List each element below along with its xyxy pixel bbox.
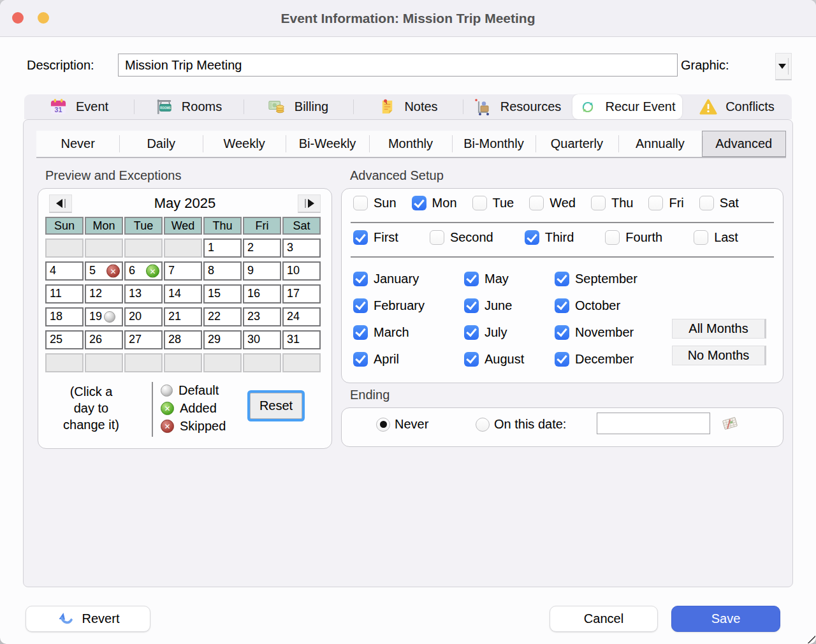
month-checkbox-november[interactable]: November bbox=[555, 325, 638, 340]
calendar-day-cell[interactable]: 25 bbox=[45, 330, 84, 349]
calendar-day-cell[interactable]: 24 bbox=[282, 307, 321, 326]
checkbox-box bbox=[555, 325, 569, 340]
month-checkbox-september[interactable]: September bbox=[555, 272, 638, 286]
calendar-day-cell[interactable]: 19 bbox=[85, 307, 123, 326]
recurrence-tab-annually[interactable]: Annually bbox=[618, 131, 701, 157]
calendar-day-cell[interactable]: 14 bbox=[164, 284, 202, 304]
radio-button bbox=[376, 418, 390, 432]
divider bbox=[351, 256, 774, 258]
preview-group-label: Preview and Exceptions bbox=[45, 168, 181, 183]
month-checkbox-january[interactable]: January bbox=[353, 272, 464, 286]
weekday-checkbox-sat[interactable]: Sat bbox=[699, 196, 739, 210]
ordinal-checkbox-first[interactable]: First bbox=[353, 230, 398, 245]
recurrence-tab-never[interactable]: Never bbox=[36, 131, 119, 157]
checkbox-box bbox=[464, 298, 479, 313]
calendar-day-cell[interactable]: 23 bbox=[243, 307, 281, 326]
ending-date-input[interactable] bbox=[597, 413, 710, 434]
calendar-day-cell[interactable]: 15 bbox=[203, 284, 242, 304]
reset-button[interactable]: Reset bbox=[250, 393, 302, 419]
tab-billing[interactable]: Billing bbox=[244, 94, 353, 119]
calendar-day-cell[interactable]: 31 bbox=[282, 330, 321, 349]
day-header: Sun bbox=[45, 217, 84, 235]
month-checkbox-march[interactable]: March bbox=[353, 325, 464, 340]
date-picker-button[interactable] bbox=[720, 414, 740, 432]
calendar-day-cell[interactable]: 17 bbox=[282, 284, 321, 304]
calendar-day-cell[interactable]: 8 bbox=[203, 261, 242, 281]
tab-notes[interactable]: Notes bbox=[353, 94, 463, 119]
recurrence-tab-weekly[interactable]: Weekly bbox=[203, 131, 286, 157]
calendar-day-cell[interactable]: 29 bbox=[203, 330, 242, 349]
ordinal-checkbox-last[interactable]: Last bbox=[694, 230, 738, 245]
month-checkbox-february[interactable]: February bbox=[353, 298, 464, 313]
ending-on-date-radio[interactable]: On this date: bbox=[476, 417, 566, 432]
calendar-day-cell[interactable]: 3 bbox=[282, 238, 321, 258]
weekday-checkbox-wed[interactable]: Wed bbox=[529, 196, 576, 210]
calendar-day-cell[interactable]: 4 bbox=[45, 261, 84, 281]
tab-resources[interactable]: Resources bbox=[463, 94, 572, 119]
weekday-checkbox-sun[interactable]: Sun bbox=[353, 196, 397, 210]
checkbox-label: Third bbox=[545, 230, 574, 245]
calendar-day-cell[interactable]: 2 bbox=[243, 238, 281, 258]
calendar-day-cell[interactable]: 28 bbox=[164, 330, 202, 349]
calendar-day-cell[interactable]: 26 bbox=[85, 330, 123, 349]
month-checkbox-june[interactable]: June bbox=[464, 298, 555, 313]
calendar-day-cell[interactable]: 22 bbox=[203, 307, 242, 326]
weekday-checkbox-fri[interactable]: Fri bbox=[648, 196, 683, 210]
calendar-day-cell[interactable]: 21 bbox=[164, 307, 202, 326]
weekday-checkbox-tue[interactable]: Tue bbox=[472, 196, 514, 210]
month-checkbox-may[interactable]: May bbox=[464, 272, 555, 286]
description-input[interactable] bbox=[118, 54, 678, 77]
recurrence-tab-daily[interactable]: Daily bbox=[119, 131, 202, 157]
button-label: Revert bbox=[82, 611, 120, 626]
next-month-button[interactable] bbox=[298, 194, 321, 213]
calendar-day-cell[interactable]: 11 bbox=[45, 284, 84, 304]
calendar-day-cell[interactable]: 6✕ bbox=[124, 261, 163, 281]
recurrence-tab-quarterly[interactable]: Quarterly bbox=[536, 131, 618, 157]
ordinal-checkbox-second[interactable]: Second bbox=[430, 230, 493, 245]
calendar-day-cell[interactable]: 10 bbox=[282, 261, 321, 281]
calendar-grid: SunMonTueWedThuFriSat12345✕6✕78910111213… bbox=[45, 217, 321, 372]
calendar-day-cell[interactable]: 1 bbox=[203, 238, 242, 258]
calendar-day-cell[interactable]: 18 bbox=[45, 307, 84, 326]
tab-event[interactable]: 31 Event bbox=[24, 94, 134, 119]
month-checkbox-october[interactable]: October bbox=[555, 298, 638, 313]
calendar-day-cell[interactable]: 7 bbox=[164, 261, 202, 281]
ordinal-checkbox-third[interactable]: Third bbox=[525, 230, 574, 245]
close-button[interactable] bbox=[12, 12, 24, 24]
checkbox-box bbox=[591, 196, 606, 210]
cancel-button[interactable]: Cancel bbox=[550, 606, 658, 632]
calendar-day-cell[interactable]: 13 bbox=[124, 284, 163, 304]
ordinal-checkbox-fourth[interactable]: Fourth bbox=[605, 230, 662, 245]
tab-recur-event[interactable]: Recur Event bbox=[572, 94, 682, 119]
recurrence-tab-bimonthly[interactable]: Bi-Monthly bbox=[452, 131, 535, 157]
graphic-dropdown-button[interactable] bbox=[775, 53, 792, 80]
weekday-checkbox-thu[interactable]: Thu bbox=[591, 196, 633, 210]
month-checkbox-july[interactable]: July bbox=[464, 325, 555, 340]
recurrence-tab-monthly[interactable]: Monthly bbox=[369, 131, 452, 157]
ending-never-radio[interactable]: Never bbox=[376, 417, 428, 432]
save-button[interactable]: Save bbox=[671, 606, 780, 632]
tab-conflicts[interactable]: Conflicts bbox=[682, 94, 792, 119]
calendar-day-cell[interactable]: 12 bbox=[85, 284, 123, 304]
calendar-day-cell[interactable]: 27 bbox=[124, 330, 163, 349]
month-checkbox-april[interactable]: April bbox=[353, 352, 464, 367]
month-checkbox-december[interactable]: December bbox=[555, 352, 638, 367]
title-bar: Event Information: Mission Trip Meeting bbox=[0, 0, 816, 37]
recurrence-tab-biweekly[interactable]: Bi-Weekly bbox=[286, 131, 368, 157]
revert-button[interactable]: Revert bbox=[26, 606, 150, 632]
month-checkbox-august[interactable]: August bbox=[464, 352, 555, 367]
weekday-checkbox-mon[interactable]: Mon bbox=[412, 196, 457, 210]
checkbox-label: February bbox=[374, 298, 425, 313]
added-icon: ✕ bbox=[161, 402, 174, 415]
calendar-day-cell[interactable]: 30 bbox=[243, 330, 281, 349]
all-months-button[interactable]: All Months bbox=[672, 319, 766, 339]
calendar-day-cell[interactable]: 9 bbox=[243, 261, 281, 281]
recurrence-tab-advanced[interactable]: Advanced bbox=[702, 131, 786, 157]
tab-rooms[interactable]: ROOMS Rooms bbox=[134, 94, 244, 119]
calendar-day-cell[interactable]: 20 bbox=[124, 307, 163, 326]
minimize-button[interactable] bbox=[38, 12, 49, 24]
window-resize-grip[interactable] bbox=[806, 634, 815, 643]
no-months-button[interactable]: No Months bbox=[672, 346, 766, 365]
calendar-day-cell[interactable]: 5✕ bbox=[85, 261, 123, 281]
calendar-day-cell[interactable]: 16 bbox=[243, 284, 281, 304]
